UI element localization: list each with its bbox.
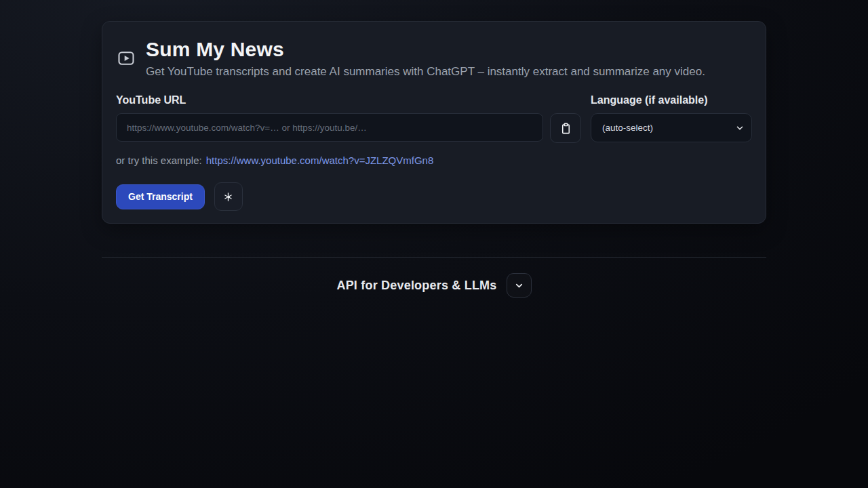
chevron-down-icon bbox=[514, 281, 524, 291]
main-card: Sum My News Get YouTube transcripts and … bbox=[102, 21, 766, 224]
youtube-play-icon bbox=[116, 49, 136, 68]
form-row: YouTube URL Language (if available) (a bbox=[116, 94, 752, 143]
language-select[interactable]: (auto-select) bbox=[591, 113, 752, 142]
youtube-url-label: YouTube URL bbox=[116, 94, 581, 106]
actions-row: Get Transcript bbox=[116, 182, 752, 211]
example-line: or try this example:https://www.youtube.… bbox=[116, 155, 752, 166]
page-subtitle: Get YouTube transcripts and create AI su… bbox=[146, 65, 705, 79]
url-column: YouTube URL bbox=[116, 94, 581, 143]
clipboard-icon bbox=[559, 122, 572, 135]
language-label: Language (if available) bbox=[591, 94, 752, 106]
language-select-wrap: (auto-select) bbox=[591, 113, 752, 142]
youtube-url-input[interactable] bbox=[116, 113, 543, 142]
url-input-row bbox=[116, 113, 581, 143]
example-prefix: or try this example: bbox=[116, 155, 202, 166]
api-section-title: API for Developers & LLMs bbox=[336, 279, 496, 293]
paste-button[interactable] bbox=[550, 113, 581, 143]
language-column: Language (if available) (auto-select) bbox=[591, 94, 752, 142]
get-transcript-button[interactable]: Get Transcript bbox=[116, 184, 205, 209]
header-text: Sum My News Get YouTube transcripts and … bbox=[146, 38, 705, 79]
section-divider bbox=[102, 257, 766, 258]
example-url-link[interactable]: https://www.youtube.com/watch?v=JZLZQVmf… bbox=[206, 155, 434, 166]
page-title: Sum My News bbox=[146, 38, 705, 60]
sparkle-icon bbox=[222, 191, 234, 203]
api-section-header: API for Developers & LLMs bbox=[0, 273, 868, 298]
api-section-toggle-button[interactable] bbox=[507, 273, 532, 298]
summarize-button[interactable] bbox=[214, 182, 243, 211]
card-header: Sum My News Get YouTube transcripts and … bbox=[116, 38, 752, 79]
